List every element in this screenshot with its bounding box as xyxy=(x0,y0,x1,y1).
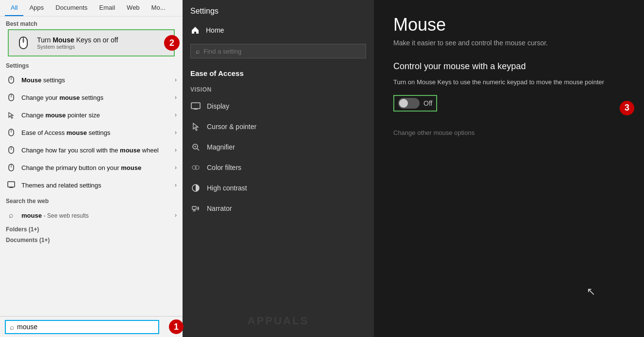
search-web-icon: ⌕ xyxy=(6,210,17,221)
step-badge-3: 3 xyxy=(620,101,634,115)
web-section-label: Search the web xyxy=(0,194,183,206)
svg-rect-16 xyxy=(191,103,200,109)
toggle-knob xyxy=(399,99,408,108)
documents-label: Documents (1+) xyxy=(0,235,183,245)
vision-label: Vision xyxy=(183,81,374,96)
result-text-4: Ease of Access mouse settings xyxy=(21,129,175,136)
settings-search-icon: ⌕ xyxy=(196,47,200,55)
result-scroll[interactable]: Change how far you scroll with the mouse… xyxy=(0,141,183,159)
scroll-icon xyxy=(6,145,17,155)
chevron-icon-6: › xyxy=(175,164,177,171)
tab-email[interactable]: Email xyxy=(93,0,121,16)
chevron-icon-5: › xyxy=(175,147,177,153)
tab-all[interactable]: All xyxy=(5,0,23,16)
result-themes[interactable]: Themes and related settings › xyxy=(0,176,183,194)
mouse-icon xyxy=(15,34,32,52)
tab-more[interactable]: Mo... xyxy=(146,0,171,16)
mouse-settings-content: Mouse Make it easier to see and control … xyxy=(374,0,644,337)
mouse-subtitle: Make it easier to see and control the mo… xyxy=(393,39,625,47)
settings-search-input[interactable] xyxy=(203,48,361,55)
nav-display-label: Display xyxy=(207,102,229,110)
search-results-panel: All Apps Documents Email Web Mo... Best … xyxy=(0,0,183,337)
ease-mouse-icon xyxy=(6,127,17,138)
nav-high-contrast-label: High contrast xyxy=(207,184,247,192)
nav-magnifier-label: Magnifier xyxy=(207,143,235,151)
themes-icon xyxy=(6,180,17,190)
best-match-item[interactable]: Turn Mouse Keys on or off System setting… xyxy=(8,29,175,56)
pointer-icon xyxy=(6,110,17,120)
nav-cursor[interactable]: Cursor & pointer xyxy=(183,116,374,137)
watermark: APPUALS xyxy=(247,315,309,327)
display-icon xyxy=(190,101,201,112)
best-match-subtitle: System settings xyxy=(37,44,118,50)
chevron-icon-3: › xyxy=(175,112,177,118)
nav-color-filters[interactable]: Color filters xyxy=(183,157,374,178)
svg-rect-13 xyxy=(8,182,15,187)
ease-of-access-label: Ease of Access xyxy=(183,62,374,81)
result-text-5: Change how far you scroll with the mouse… xyxy=(21,147,175,154)
color-filters-icon xyxy=(190,162,201,173)
tab-apps[interactable]: Apps xyxy=(23,0,50,16)
magnifier-icon xyxy=(190,142,201,152)
result-text-2: Change your mouse settings xyxy=(21,94,175,101)
result-mouse-settings[interactable]: Mouse settings › xyxy=(0,71,183,89)
tab-documents[interactable]: Documents xyxy=(50,0,93,16)
search-magnifier-icon: ⌕ xyxy=(10,323,14,331)
svg-point-2 xyxy=(22,39,25,42)
mouse-keys-toggle-container[interactable]: Off xyxy=(393,95,437,112)
svg-line-20 xyxy=(197,149,199,150)
settings-section-label: Settings xyxy=(0,58,183,71)
toggle-off-label: Off xyxy=(423,99,432,107)
result-text-6: Change the primary button on your mouse xyxy=(21,164,175,171)
svg-point-24 xyxy=(195,166,199,169)
chevron-icon-2: › xyxy=(175,94,177,101)
nav-cursor-label: Cursor & pointer xyxy=(207,123,257,131)
mouse-keys-description: Turn on Mouse Keys to use the numeric ke… xyxy=(393,77,625,87)
cursor-pointer-icon xyxy=(190,121,201,132)
home-label: Home xyxy=(206,26,224,34)
mouse-keys-toggle[interactable] xyxy=(398,98,420,109)
chevron-icon-7: › xyxy=(175,182,177,188)
nav-magnifier[interactable]: Magnifier xyxy=(183,137,374,157)
best-match-label: Best match xyxy=(0,17,183,29)
folders-label: Folders (1+) xyxy=(0,224,183,235)
nav-display[interactable]: Display xyxy=(183,96,374,116)
nav-high-contrast[interactable]: High contrast xyxy=(183,178,374,198)
result-pointer-size[interactable]: Change mouse pointer size › xyxy=(0,106,183,124)
settings-search-box[interactable]: ⌕ xyxy=(190,44,366,58)
chevron-icon: › xyxy=(175,76,177,83)
result-primary-button[interactable]: Change the primary button on your mouse … xyxy=(0,159,183,176)
change-mouse-link: Change other mouse options xyxy=(393,129,625,136)
nav-narrator-label: Narrator xyxy=(207,205,232,212)
step-badge-2: 2 xyxy=(164,35,180,51)
chevron-web: › xyxy=(175,212,177,219)
nav-color-filters-label: Color filters xyxy=(207,164,241,171)
web-item-text: mouse - See web results xyxy=(21,212,175,219)
step-badge-1: 1 xyxy=(169,319,184,334)
settings-panel-title: Settings xyxy=(183,0,374,20)
high-contrast-icon xyxy=(190,183,201,193)
result-ease-mouse[interactable]: Ease of Access mouse settings › xyxy=(0,124,183,141)
search-tabs: All Apps Documents Email Web Mo... xyxy=(0,0,183,17)
best-match-text: Turn Mouse Keys on or off System setting… xyxy=(37,36,118,50)
home-nav-item[interactable]: Home xyxy=(183,20,374,40)
home-icon xyxy=(190,25,200,35)
result-change-mouse-settings[interactable]: Change your mouse settings › xyxy=(0,89,183,106)
cursor-icon: ↖ xyxy=(587,285,595,298)
nav-narrator[interactable]: Narrator xyxy=(183,198,374,219)
result-text: Mouse settings xyxy=(21,76,175,84)
result-text-3: Change mouse pointer size xyxy=(21,112,175,119)
keypad-section-heading: Control your mouse with a keypad xyxy=(393,61,625,72)
mouse-settings-icon xyxy=(6,75,17,85)
svg-rect-26 xyxy=(192,206,196,209)
web-search-item[interactable]: ⌕ mouse - See web results › xyxy=(0,206,183,224)
primary-button-icon xyxy=(6,162,17,173)
settings-panel: Settings Home ⌕ Ease of Access Vision Di… xyxy=(183,0,374,337)
chevron-icon-4: › xyxy=(175,129,177,136)
best-match-title: Turn Mouse Keys on or off xyxy=(37,36,118,44)
search-input[interactable] xyxy=(17,323,154,331)
mouse-icon-2 xyxy=(6,92,17,103)
mouse-page-title: Mouse xyxy=(393,15,625,35)
result-text-7: Themes and related settings xyxy=(21,182,175,189)
tab-web[interactable]: Web xyxy=(121,0,146,16)
